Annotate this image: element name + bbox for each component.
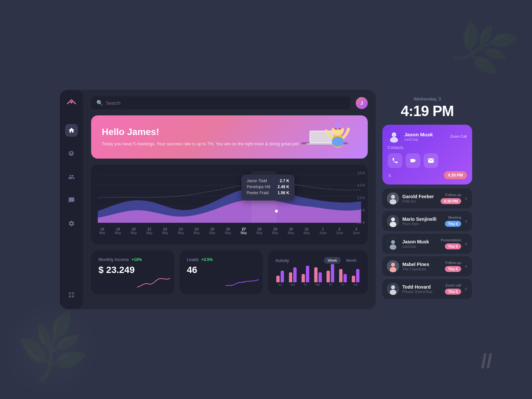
bar-we-pink <box>314 267 318 282</box>
avatar-mabel <box>387 260 399 272</box>
time-display: 4:19 PM <box>382 103 472 119</box>
schedule-item-mario[interactable]: Mario Senjinelli Plum Serv Meeting Thu 4… <box>382 211 472 231</box>
expand-arrow-garold: ∨ <box>465 196 467 201</box>
sidebar-item-settings[interactable] <box>65 217 78 230</box>
bar-th-pink <box>327 271 330 282</box>
x-label-23: 23May <box>178 227 184 235</box>
svg-point-22 <box>392 132 396 137</box>
time-header: Wednesday, 3 4:19 PM <box>382 90 472 125</box>
upcoming-company: LexCorp <box>404 137 446 141</box>
hero-banner: Hello James! Today you have 5 meetings. … <box>91 115 368 159</box>
svg-point-8 <box>333 122 342 128</box>
chart-x-labels: 18May 19May 20May 21May 22May 23May 24Ma… <box>98 227 361 235</box>
upcoming-footer: ∧ 4:30 PM <box>388 171 467 179</box>
income-label: Monthly Income +10% <box>98 257 167 262</box>
avatar-jason <box>387 238 399 250</box>
tooltip-row-1: Jason Todd 2.7 K <box>247 179 289 183</box>
svg-point-20 <box>275 210 278 212</box>
sidebar-item-chart[interactable] <box>65 147 78 160</box>
y-label-2: 2.5 K <box>357 184 365 187</box>
x-label-2: 2June <box>336 227 343 235</box>
video-button[interactable] <box>406 153 420 168</box>
activity-header: Activity Week Month <box>275 257 360 264</box>
sched-info-garold: Garold Feeber Felix Inc. <box>402 194 437 203</box>
x-label-25: 25May <box>209 227 215 235</box>
sched-company-garold: Felix Inc. <box>402 199 437 203</box>
sched-badge-mabel: Thu 5 <box>445 266 461 272</box>
y-label-5: 0.5 K <box>357 221 365 224</box>
schedule-item-mabel[interactable]: Mabel Pines The Cupcaces Follow-up Thu 5… <box>382 256 472 276</box>
upcoming-info: Jason Musk LexCorp <box>404 132 446 141</box>
bar-group-su: Su <box>275 264 285 286</box>
schedule-item-jason[interactable]: Jason Musk LexCorp Presentation Thu 5 ∨ <box>382 234 472 254</box>
sched-name-mabel: Mabel Pines <box>402 262 442 267</box>
y-label-4: 1.5 K <box>357 208 365 212</box>
bar-su-pink <box>276 276 280 282</box>
sched-name-todd: Todd Hovard <box>402 284 442 290</box>
activity-card: Activity Week Month <box>268 250 368 294</box>
tab-week[interactable]: Week <box>324 257 341 264</box>
sched-type-mabel: Follow-up <box>445 261 461 265</box>
schedule-item-garold[interactable]: Garold Feeber Felix Inc. Follow-up 6:30 … <box>382 189 472 208</box>
sched-type-jason: Presentation <box>441 238 461 242</box>
brand-mark: // <box>481 349 492 372</box>
sched-type-mario: Meeting <box>448 215 461 219</box>
bar-fr-purple <box>343 274 347 282</box>
schedule-item-todd[interactable]: Todd Hovard Please Snand Buy Zoom call T… <box>382 279 472 299</box>
sched-right-jason: Presentation Thu 5 <box>441 238 461 249</box>
bar-su-purple <box>281 271 284 282</box>
svg-point-9 <box>335 128 336 130</box>
user-avatar[interactable]: J <box>356 97 368 109</box>
hero-illustration <box>295 115 354 159</box>
x-label-29: 29May <box>272 227 278 235</box>
leads-value: 46 <box>187 265 255 275</box>
svg-point-32 <box>390 244 396 250</box>
bottom-stats: Monthly Income +10% $ 23.249 <box>91 250 368 294</box>
bar-group-sa: Sa <box>350 264 360 286</box>
svg-point-28 <box>391 217 395 221</box>
sidebar-logo <box>66 98 77 111</box>
sidebar-item-home[interactable] <box>65 124 78 137</box>
sidebar-item-chat[interactable] <box>65 194 78 206</box>
expand-arrow-mabel: ∨ <box>465 264 467 269</box>
sidebar <box>60 90 83 309</box>
call-button[interactable] <box>388 153 402 168</box>
email-button[interactable] <box>424 153 438 168</box>
search-icon: 🔍 <box>96 100 103 106</box>
activity-tabs: Week Month <box>324 257 361 264</box>
svg-point-35 <box>390 267 396 272</box>
main-wrapper: 🔍 J Hello James! Today you have 5 meetin… <box>60 90 472 309</box>
sched-right-mabel: Follow-up Thu 5 <box>445 261 461 272</box>
income-trend: +10% <box>132 257 142 262</box>
sched-badge-garold: 6:30 PM <box>441 198 461 204</box>
y-label-3: 2.0 K <box>357 196 365 200</box>
leads-sparkline <box>225 276 259 290</box>
sidebar-item-users[interactable] <box>65 171 78 183</box>
expand-arrow-mario: ∨ <box>465 219 467 223</box>
avatar-garold <box>387 193 399 204</box>
date-label: Wednesday, 3 <box>382 96 472 101</box>
sched-info-mabel: Mabel Pines The Cupcaces <box>402 262 442 271</box>
leads-label: Leads +3.5% <box>187 257 255 262</box>
tab-month[interactable]: Month <box>342 257 360 264</box>
bar-group-we: We <box>313 264 323 286</box>
leads-trend: +3.5% <box>201 257 212 262</box>
income-sparkline <box>137 276 170 290</box>
x-label-24: 24May <box>194 227 200 235</box>
bar-sa-pink <box>352 276 355 282</box>
sched-right-mario: Meeting Thu 4 <box>445 215 461 227</box>
leads-card: Leads +3.5% 46 <box>180 250 263 294</box>
sched-company-mabel: The Cupcaces <box>402 267 442 271</box>
bar-sa-purple <box>356 269 359 282</box>
bar-we-purple <box>319 272 322 282</box>
upcoming-expand-button[interactable]: ∧ <box>388 172 392 179</box>
bar-tu-pink <box>302 274 305 282</box>
x-label-19: 19May <box>115 227 121 235</box>
sched-right-garold: Follow-up 6:30 PM <box>441 193 461 204</box>
upcoming-type: Zoom Call <box>450 134 467 138</box>
x-label-18: 18May <box>99 227 105 235</box>
search-input[interactable] <box>106 100 345 106</box>
sidebar-item-grid[interactable] <box>65 289 78 301</box>
sched-type-todd: Zoom call <box>445 283 461 287</box>
avatar-todd <box>387 283 399 295</box>
